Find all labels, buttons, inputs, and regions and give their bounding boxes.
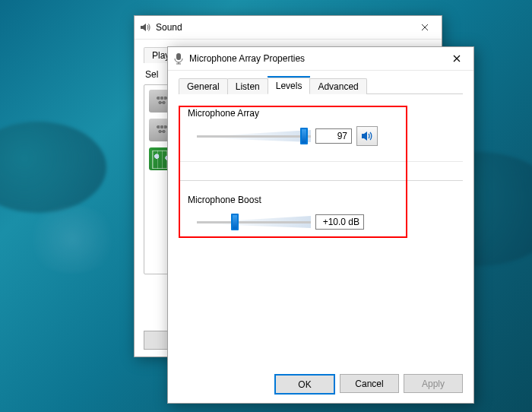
properties-tabs: General Listen Levels Advanced xyxy=(179,77,463,94)
mic-boost-group: Microphone Boost xyxy=(179,189,463,231)
mic-properties-window: Microphone Array Properties General List… xyxy=(167,46,474,404)
mic-boost-slider[interactable] xyxy=(197,213,311,231)
properties-titlebar[interactable]: Microphone Array Properties xyxy=(168,47,473,71)
close-icon[interactable] xyxy=(440,47,473,70)
tab-advanced[interactable]: Advanced xyxy=(309,78,366,94)
mic-array-slider[interactable] xyxy=(197,127,311,145)
properties-title: Microphone Array Properties xyxy=(189,53,440,64)
sound-titlebar[interactable]: Sound xyxy=(135,16,442,40)
microphone-icon xyxy=(173,52,185,65)
dialog-button-row: OK Cancel Apply xyxy=(274,374,463,395)
svg-rect-0 xyxy=(176,53,181,60)
mic-array-group: Microphone Array xyxy=(179,102,463,162)
mic-array-value[interactable] xyxy=(315,128,352,144)
tab-listen[interactable]: Listen xyxy=(227,78,268,94)
mic-boost-label: Microphone Boost xyxy=(179,189,463,213)
cancel-button[interactable]: Cancel xyxy=(340,374,399,393)
apply-button: Apply xyxy=(404,374,463,393)
speaker-icon xyxy=(361,131,373,141)
close-icon[interactable] xyxy=(408,16,442,39)
tab-general[interactable]: General xyxy=(179,78,228,94)
ok-button[interactable]: OK xyxy=(274,374,335,395)
mic-array-label: Microphone Array xyxy=(179,102,463,126)
mic-boost-value[interactable] xyxy=(315,214,364,230)
mute-button[interactable] xyxy=(356,126,378,146)
speaker-icon xyxy=(139,21,151,33)
sound-title: Sound xyxy=(156,22,408,33)
tab-levels[interactable]: Levels xyxy=(268,78,311,94)
